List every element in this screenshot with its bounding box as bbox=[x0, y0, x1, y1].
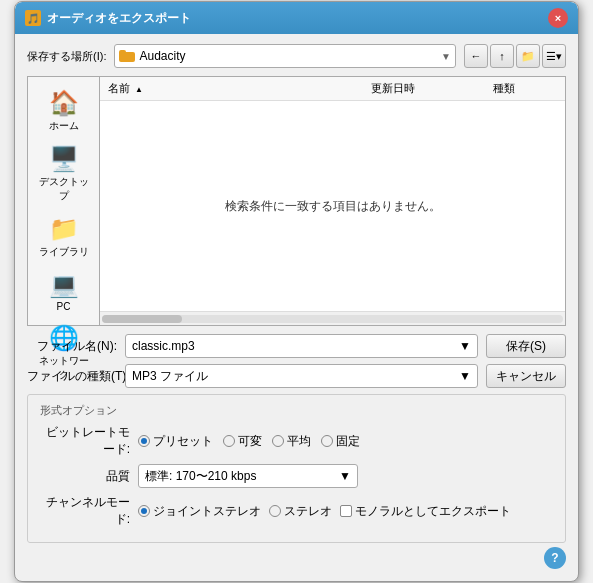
checkbox-mono-box[interactable] bbox=[340, 505, 352, 517]
filetype-arrow-icon: ▼ bbox=[459, 369, 471, 383]
library-icon: 📁 bbox=[49, 215, 79, 243]
back-icon: ← bbox=[471, 50, 482, 62]
filename-label: ファイル名(N): bbox=[27, 338, 117, 355]
radio-average[interactable]: 平均 bbox=[272, 433, 311, 450]
file-browser: 🏠 ホーム 🖥️ デスクトップ 📁 ライブラリ 💻 PC 🌐 ネッ bbox=[27, 76, 566, 326]
folder-icon bbox=[119, 50, 135, 62]
view-icon: ☰▾ bbox=[546, 50, 562, 63]
col-name-header: 名前 ▲ bbox=[100, 79, 300, 98]
radio-stereo-label: ステレオ bbox=[284, 503, 332, 520]
radio-preset-label: プリセット bbox=[153, 433, 213, 450]
sort-arrow-icon: ▲ bbox=[135, 85, 143, 94]
sidebar-panel: 🏠 ホーム 🖥️ デスクトップ 📁 ライブラリ 💻 PC 🌐 ネッ bbox=[27, 76, 99, 326]
up-icon: ↑ bbox=[499, 50, 505, 62]
dialog-icon: 🎵 bbox=[25, 10, 41, 26]
empty-message: 検索条件に一致する項目はありません。 bbox=[100, 101, 565, 311]
column-headers: 名前 ▲ 更新日時 種類 bbox=[100, 77, 565, 101]
up-button[interactable]: ↑ bbox=[490, 44, 514, 68]
radio-variable-circle[interactable] bbox=[223, 435, 235, 447]
scrollbar-thumb[interactable] bbox=[102, 315, 182, 323]
combo-arrow-icon: ▼ bbox=[441, 51, 451, 62]
radio-preset[interactable]: プリセット bbox=[138, 433, 213, 450]
save-button[interactable]: 保存(S) bbox=[486, 334, 566, 358]
radio-variable-label: 可変 bbox=[238, 433, 262, 450]
filename-with-button: classic.mp3 ▼ 保存(S) bbox=[125, 334, 566, 358]
sidebar-item-desktop[interactable]: 🖥️ デスクトップ bbox=[34, 141, 94, 207]
radio-average-label: 平均 bbox=[287, 433, 311, 450]
radio-joint-stereo-circle[interactable] bbox=[138, 505, 150, 517]
horizontal-scrollbar[interactable] bbox=[100, 311, 565, 325]
file-content-panel: 名前 ▲ 更新日時 種類 検索条件に一致する項目はありません。 bbox=[99, 76, 566, 326]
col-date-header: 更新日時 bbox=[300, 79, 485, 98]
cancel-button[interactable]: キャンセル bbox=[486, 364, 566, 388]
filetype-row: ファイルの種類(T): MP3 ファイル ▼ キャンセル bbox=[27, 364, 566, 388]
scrollbar-track bbox=[102, 315, 563, 323]
view-button[interactable]: ☰▾ bbox=[542, 44, 566, 68]
new-folder-button[interactable]: 📁 bbox=[516, 44, 540, 68]
col-type-header: 種類 bbox=[485, 79, 565, 98]
radio-fixed-circle[interactable] bbox=[321, 435, 333, 447]
radio-preset-circle[interactable] bbox=[138, 435, 150, 447]
filename-row: ファイル名(N): classic.mp3 ▼ 保存(S) bbox=[27, 334, 566, 358]
title-bar-left: 🎵 オーディオをエクスポート bbox=[25, 10, 191, 27]
radio-fixed-label: 固定 bbox=[336, 433, 360, 450]
export-audio-dialog: 🎵 オーディオをエクスポート × 保存する場所(I): Audacity ▼ ←… bbox=[14, 1, 579, 582]
format-options-panel: 形式オプション ビットレートモード: プリセット 可変 平均 bbox=[27, 394, 566, 543]
close-button[interactable]: × bbox=[548, 8, 568, 28]
bitrate-mode-row: ビットレートモード: プリセット 可変 平均 bbox=[40, 424, 553, 458]
back-button[interactable]: ← bbox=[464, 44, 488, 68]
quality-label: 品質 bbox=[40, 468, 130, 485]
radio-joint-stereo-label: ジョイントステレオ bbox=[153, 503, 261, 520]
channel-label: チャンネルモード: bbox=[40, 494, 130, 528]
radio-stereo[interactable]: ステレオ bbox=[269, 503, 332, 520]
sidebar-label-desktop: デスクトップ bbox=[36, 175, 92, 203]
quality-arrow-icon: ▼ bbox=[339, 469, 351, 483]
sidebar-item-home[interactable]: 🏠 ホーム bbox=[34, 85, 94, 137]
sidebar-item-pc[interactable]: 💻 PC bbox=[34, 267, 94, 316]
radio-stereo-circle[interactable] bbox=[269, 505, 281, 517]
home-icon: 🏠 bbox=[49, 89, 79, 117]
sidebar-label-home: ホーム bbox=[49, 119, 79, 133]
dialog-content: 保存する場所(I): Audacity ▼ ← ↑ 📁 ☰▾ bbox=[15, 34, 578, 581]
radio-variable[interactable]: 可変 bbox=[223, 433, 262, 450]
quality-row: 品質 標準: 170〜210 kbps ▼ bbox=[40, 464, 553, 488]
pc-icon: 💻 bbox=[49, 271, 79, 299]
channel-mode-row: チャンネルモード: ジョイントステレオ ステレオ モノラルとしてエクスポート bbox=[40, 494, 553, 528]
new-folder-icon: 📁 bbox=[521, 50, 535, 63]
format-title: 形式オプション bbox=[40, 403, 553, 418]
title-bar: 🎵 オーディオをエクスポート × bbox=[15, 2, 578, 34]
sidebar-label-library: ライブラリ bbox=[39, 245, 89, 259]
checkbox-mono-export[interactable]: モノラルとしてエクスポート bbox=[340, 503, 511, 520]
location-text: Audacity bbox=[139, 49, 437, 63]
checkbox-mono-label: モノラルとしてエクスポート bbox=[355, 503, 511, 520]
radio-average-circle[interactable] bbox=[272, 435, 284, 447]
help-button[interactable]: ? bbox=[544, 547, 566, 569]
sidebar-item-library[interactable]: 📁 ライブラリ bbox=[34, 211, 94, 263]
filetype-with-button: MP3 ファイル ▼ キャンセル bbox=[125, 364, 566, 388]
bottom-row: ? bbox=[27, 543, 566, 571]
bitrate-label: ビットレートモード: bbox=[40, 424, 130, 458]
radio-joint-stereo[interactable]: ジョイントステレオ bbox=[138, 503, 261, 520]
quality-select[interactable]: 標準: 170〜210 kbps ▼ bbox=[138, 464, 358, 488]
quality-value: 標準: 170〜210 kbps bbox=[145, 468, 256, 485]
filename-arrow-icon: ▼ bbox=[459, 339, 471, 353]
filetype-select[interactable]: MP3 ファイル ▼ bbox=[125, 364, 478, 388]
filetype-label: ファイルの種類(T): bbox=[27, 368, 117, 385]
location-label: 保存する場所(I): bbox=[27, 49, 106, 64]
radio-fixed[interactable]: 固定 bbox=[321, 433, 360, 450]
bitrate-radio-group: プリセット 可変 平均 固定 bbox=[138, 433, 360, 450]
sidebar-label-pc: PC bbox=[57, 301, 71, 312]
channel-options: ジョイントステレオ ステレオ モノラルとしてエクスポート bbox=[138, 503, 511, 520]
location-bar: 保存する場所(I): Audacity ▼ ← ↑ 📁 ☰▾ bbox=[27, 44, 566, 68]
dialog-title: オーディオをエクスポート bbox=[47, 10, 191, 27]
location-combo[interactable]: Audacity ▼ bbox=[114, 44, 456, 68]
nav-buttons: ← ↑ 📁 ☰▾ bbox=[464, 44, 566, 68]
filename-input[interactable]: classic.mp3 ▼ bbox=[125, 334, 478, 358]
desktop-icon: 🖥️ bbox=[49, 145, 79, 173]
